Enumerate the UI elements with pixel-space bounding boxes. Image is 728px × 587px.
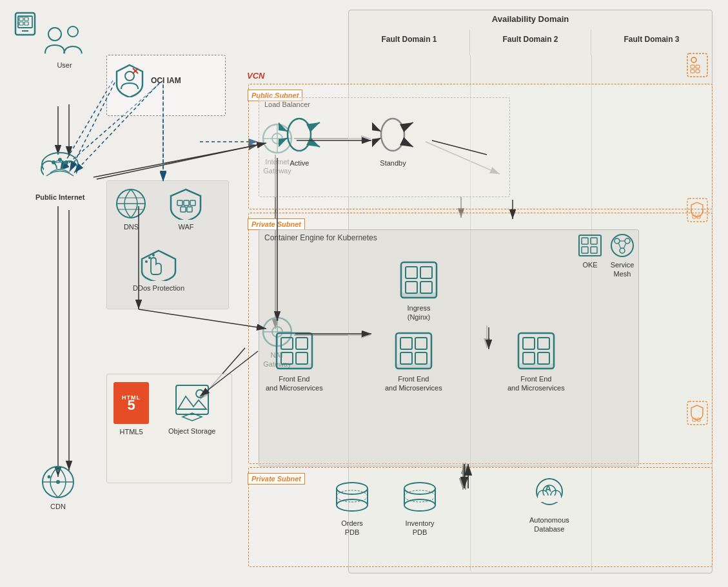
private-subnet-2: Private Subnet Orders PDB Inventory PD: [248, 467, 713, 567]
mobile-icon-box: [13, 12, 37, 36]
ddos-label: DDos Protection: [133, 284, 184, 293]
svg-line-85: [311, 122, 320, 127]
svg-line-146: [97, 143, 266, 179]
cek-box: Container Engine for Kubernetes OKE: [259, 229, 639, 467]
vcn-label: VCN: [247, 70, 264, 81]
private-subnet-2-label: Private Subnet: [248, 473, 305, 485]
service-mesh-icon-box: Service Mesh: [609, 233, 635, 279]
svg-point-44: [48, 476, 51, 479]
frontend-1-box: Front Endand Microservices: [266, 330, 323, 393]
frontend-3-label: Front Endand Microservices: [507, 374, 565, 393]
oci-iam-label: OCI IAM: [151, 76, 181, 86]
svg-rect-27: [25, 22, 28, 25]
mobile-icon: [13, 12, 37, 36]
svg-text:A: A: [545, 483, 551, 494]
private-subnet-1-label: Private Subnet: [248, 218, 305, 230]
svg-rect-105: [406, 267, 417, 278]
user-label: User: [57, 61, 72, 70]
svg-line-88: [372, 127, 381, 131]
inventory-pdb-box: Inventory PDB: [400, 481, 439, 537]
svg-point-61: [196, 390, 204, 398]
svg-point-28: [48, 28, 61, 41]
oci-iam-icon: [113, 62, 146, 97]
svg-point-98: [615, 238, 620, 244]
svg-line-83: [279, 127, 288, 131]
svg-rect-112: [296, 338, 308, 349]
right-icon-1: [686, 52, 709, 78]
svg-rect-113: [281, 352, 293, 364]
ingress-icon: [398, 259, 440, 301]
svg-rect-24: [19, 17, 23, 21]
oke-label: OKE: [582, 260, 597, 269]
svg-rect-93: [582, 238, 588, 244]
svg-point-100: [620, 248, 625, 253]
svg-rect-107: [406, 282, 417, 293]
svg-point-71: [691, 57, 696, 63]
svg-rect-124: [538, 338, 549, 349]
svg-rect-109: [401, 293, 437, 298]
svg-rect-127: [518, 363, 554, 369]
svg-rect-114: [296, 352, 308, 364]
svg-rect-73: [696, 65, 700, 68]
dns-label: DNS: [124, 222, 139, 231]
svg-rect-119: [400, 352, 412, 364]
svg-point-136: [404, 499, 435, 511]
service-mesh-icon: [609, 233, 635, 258]
svg-rect-25: [25, 17, 28, 21]
dns-icon-box: DNS: [113, 188, 149, 231]
lb-active-label: Active: [290, 159, 310, 168]
svg-point-128: [337, 483, 368, 494]
waf-label: WAF: [178, 222, 193, 231]
svg-point-87: [381, 119, 404, 151]
svg-line-102: [618, 243, 621, 249]
fault-domain-1: Fault Domain 1: [349, 30, 469, 55]
frontend-3-icon: [515, 330, 557, 372]
svg-point-42: [56, 480, 60, 484]
svg-line-84: [279, 138, 288, 142]
lb-active-box: Active: [279, 114, 320, 168]
svg-rect-94: [591, 238, 597, 244]
storage-box: HTML 5 HTML5 Object Storage: [106, 374, 232, 483]
lb-active-icon: [279, 114, 320, 156]
ingress-label: Ingress(Nginx): [407, 303, 430, 322]
ingress-icon-box: Ingress(Nginx): [398, 259, 440, 322]
frontend-1-label: Front Endand Microservices: [266, 374, 323, 393]
orders-pdb-box: Orders PDB: [333, 481, 371, 537]
user-icon-box: User: [42, 23, 87, 70]
svg-rect-120: [415, 352, 427, 364]
svg-rect-106: [420, 267, 432, 278]
public-internet-icon: [37, 148, 83, 190]
fault-domain-2: Fault Domain 2: [469, 30, 591, 55]
inventory-pdb-label: Inventory PDB: [405, 519, 434, 537]
svg-rect-56: [187, 207, 192, 212]
dns-icon: [113, 188, 149, 220]
svg-rect-111: [281, 338, 293, 349]
svg-rect-123: [523, 338, 535, 349]
security-box: DNS WAF: [106, 180, 229, 309]
svg-rect-60: [176, 385, 208, 414]
svg-line-159: [139, 309, 266, 329]
lb-standby-box: Standby: [372, 114, 414, 168]
svg-line-103: [624, 243, 626, 249]
svg-point-57: [145, 260, 148, 263]
frontend-2-label: Front Endand Microservices: [385, 374, 442, 393]
svg-point-59: [152, 254, 155, 256]
svg-point-58: [148, 256, 151, 259]
frontend-2-box: Front Endand Microservices: [385, 330, 442, 393]
svg-line-89: [372, 138, 381, 142]
diagram-container: User Public Internet: [0, 0, 728, 587]
svg-point-99: [625, 238, 630, 244]
load-balancer-box: Load Balancer Active: [259, 97, 510, 197]
autonomous-db-icon: A: [530, 477, 569, 513]
svg-line-91: [404, 142, 413, 147]
svg-rect-117: [400, 338, 412, 349]
oke-icon-box: OKE: [577, 233, 603, 269]
ddos-icon-box: DDos Protection: [133, 249, 184, 293]
public-internet-box: Public Internet: [35, 148, 84, 202]
autonomous-db-label: Autonomous Database: [529, 515, 569, 534]
svg-rect-75: [696, 70, 700, 73]
svg-rect-33: [44, 169, 76, 178]
svg-point-133: [404, 483, 435, 494]
svg-rect-121: [396, 363, 431, 369]
waf-icon-box: WAF: [168, 188, 204, 231]
